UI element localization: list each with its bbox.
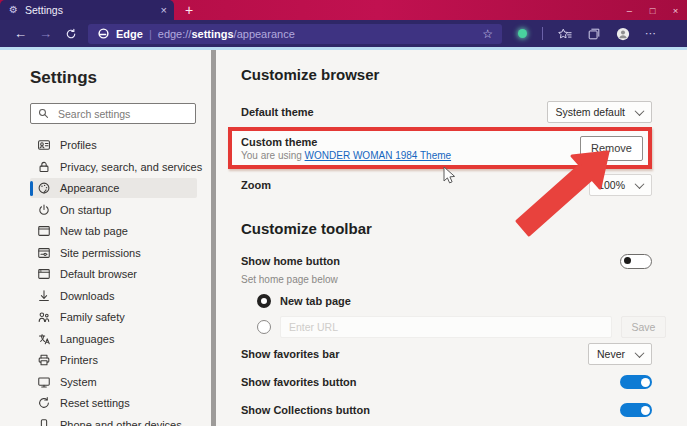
section-heading-customize-toolbar: Customize toolbar bbox=[241, 220, 372, 237]
zoom-label: Zoom bbox=[241, 179, 271, 191]
sidebar-item-downloads[interactable]: Downloads bbox=[30, 286, 197, 306]
sidebar-item-site-permissions[interactable]: Site permissions bbox=[30, 243, 197, 263]
chevron-down-icon bbox=[635, 348, 645, 358]
sidebar-item-label: Privacy, search, and services bbox=[60, 161, 202, 173]
show-favorites-toggle[interactable] bbox=[620, 375, 652, 389]
sidebar-item-default-browser[interactable]: Default browser bbox=[30, 264, 197, 284]
theme-link[interactable]: WONDER WOMAN 1984 Theme bbox=[305, 150, 452, 161]
chevron-down-icon bbox=[635, 179, 645, 189]
extension-icon[interactable] bbox=[518, 29, 527, 38]
browser-toolbar: ← → Edge | edge://settings/appearance ☆ bbox=[0, 20, 687, 47]
forward-button[interactable]: → bbox=[33, 27, 58, 40]
sidebar-item-label: Appearance bbox=[60, 182, 119, 194]
show-collections-button-label: Show Collections button bbox=[241, 404, 370, 416]
new-tab-button[interactable]: + bbox=[174, 0, 204, 20]
languages-icon bbox=[37, 332, 51, 346]
set-home-page-subtitle: Set home page below bbox=[241, 274, 338, 285]
settings-main: Customize browser Default theme System d… bbox=[211, 50, 687, 426]
sidebar-item-profiles[interactable]: Profiles bbox=[30, 135, 197, 155]
site-permissions-icon bbox=[37, 246, 51, 260]
sidebar-item-appearance[interactable]: Appearance bbox=[30, 178, 197, 198]
new-tab-icon bbox=[37, 224, 51, 238]
profiles-icon bbox=[37, 138, 51, 152]
collections-icon[interactable] bbox=[587, 27, 601, 41]
sidebar-item-label: Default browser bbox=[60, 268, 137, 280]
system-icon bbox=[37, 375, 51, 389]
printers-icon bbox=[37, 353, 51, 367]
sidebar-item-label: Downloads bbox=[60, 290, 114, 302]
highlight-box: Custom theme You are using WONDER WOMAN … bbox=[228, 127, 652, 169]
settings-menu-icon[interactable]: ⋯ bbox=[645, 27, 658, 40]
privacy-icon bbox=[37, 160, 51, 174]
default-theme-dropdown[interactable]: System default bbox=[547, 101, 652, 123]
show-collections-toggle[interactable] bbox=[620, 403, 652, 417]
sidebar-item-on-startup[interactable]: On startup bbox=[30, 200, 197, 220]
tab-title: Settings bbox=[25, 4, 154, 16]
toolbar-divider bbox=[542, 27, 543, 40]
sidebar-item-label: Reset settings bbox=[60, 397, 130, 409]
favorites-hub-icon[interactable] bbox=[558, 27, 572, 41]
tab-close-icon[interactable]: × bbox=[161, 5, 167, 16]
gear-icon: ⚙ bbox=[9, 5, 18, 15]
search-icon bbox=[38, 108, 49, 119]
sidebar-item-new-tab-page[interactable]: New tab page bbox=[30, 221, 197, 241]
default-theme-label: Default theme bbox=[241, 106, 314, 118]
sidebar-item-languages[interactable]: Languages bbox=[30, 329, 197, 349]
url-separator: | bbox=[149, 28, 152, 40]
sidebar-item-label: Site permissions bbox=[60, 247, 141, 259]
refresh-button[interactable] bbox=[58, 28, 83, 40]
search-settings-box[interactable] bbox=[30, 103, 196, 124]
sidebar-item-label: Family safety bbox=[60, 311, 125, 323]
startup-icon bbox=[37, 203, 51, 217]
section-heading-customize-browser: Customize browser bbox=[241, 66, 379, 83]
sidebar-item-printers[interactable]: Printers bbox=[30, 350, 197, 370]
settings-sidebar: Settings ProfilesPrivacy, search, and se… bbox=[0, 50, 211, 426]
profile-avatar[interactable] bbox=[616, 27, 630, 41]
favorites-bar-dropdown[interactable]: Never bbox=[588, 343, 652, 365]
chevron-down-icon bbox=[635, 106, 645, 116]
show-home-toggle[interactable] bbox=[620, 254, 652, 269]
sidebar-item-privacy-search-and-services[interactable]: Privacy, search, and services bbox=[30, 157, 197, 177]
sidebar-item-label: Profiles bbox=[60, 139, 97, 151]
sidebar-item-family-safety[interactable]: Family safety bbox=[30, 307, 197, 327]
sidebar-item-reset-settings[interactable]: Reset settings bbox=[30, 393, 197, 413]
custom-url-radio[interactable] bbox=[257, 320, 271, 334]
add-favorite-star-icon[interactable]: ☆ bbox=[482, 28, 493, 40]
maximize-button[interactable]: □ bbox=[641, 5, 664, 16]
sidebar-item-phone-and-other-devices[interactable]: Phone and other devices bbox=[30, 415, 197, 426]
show-favorites-button-label: Show favorites button bbox=[241, 376, 357, 388]
reset-icon bbox=[37, 396, 51, 410]
show-favorites-bar-label: Show favorites bar bbox=[241, 348, 339, 360]
sidebar-item-label: Printers bbox=[60, 354, 98, 366]
back-button[interactable]: ← bbox=[8, 27, 33, 40]
show-home-button-label: Show home button bbox=[241, 255, 340, 267]
custom-theme-label: Custom theme bbox=[241, 136, 451, 148]
zoom-dropdown[interactable]: 100% bbox=[589, 174, 652, 196]
new-tab-page-label: New tab page bbox=[280, 295, 351, 307]
phone-icon bbox=[37, 418, 51, 426]
home-url-input[interactable] bbox=[280, 316, 612, 338]
downloads-icon bbox=[37, 289, 51, 303]
sidebar-item-system[interactable]: System bbox=[30, 372, 197, 392]
browser-tab-settings[interactable]: ⚙ Settings × bbox=[0, 0, 174, 20]
close-button[interactable]: × bbox=[664, 5, 687, 16]
toggle-knob bbox=[624, 257, 631, 264]
save-button[interactable]: Save bbox=[621, 316, 666, 338]
toggle-knob bbox=[641, 406, 650, 415]
brand-label: Edge bbox=[116, 28, 143, 40]
appearance-icon bbox=[37, 181, 51, 195]
search-input[interactable] bbox=[56, 107, 188, 121]
sidebar-item-label: New tab page bbox=[60, 225, 128, 237]
minimize-button[interactable]: – bbox=[618, 5, 641, 16]
address-bar[interactable]: Edge | edge://settings/appearance ☆ bbox=[88, 24, 502, 44]
default-browser-icon bbox=[37, 267, 51, 281]
remove-theme-button[interactable]: Remove bbox=[580, 136, 643, 161]
sidebar-item-label: Languages bbox=[60, 333, 114, 345]
url-text: edge://settings/appearance bbox=[158, 28, 295, 40]
selected-indicator bbox=[30, 181, 33, 196]
sidebar-nav: ProfilesPrivacy, search, and servicesApp… bbox=[30, 135, 211, 426]
title-bar: ⚙ Settings × + – □ × bbox=[0, 0, 687, 20]
edge-logo-icon bbox=[97, 27, 110, 40]
new-tab-page-radio[interactable] bbox=[257, 294, 271, 308]
custom-theme-description: You are using WONDER WOMAN 1984 Theme bbox=[241, 150, 451, 161]
